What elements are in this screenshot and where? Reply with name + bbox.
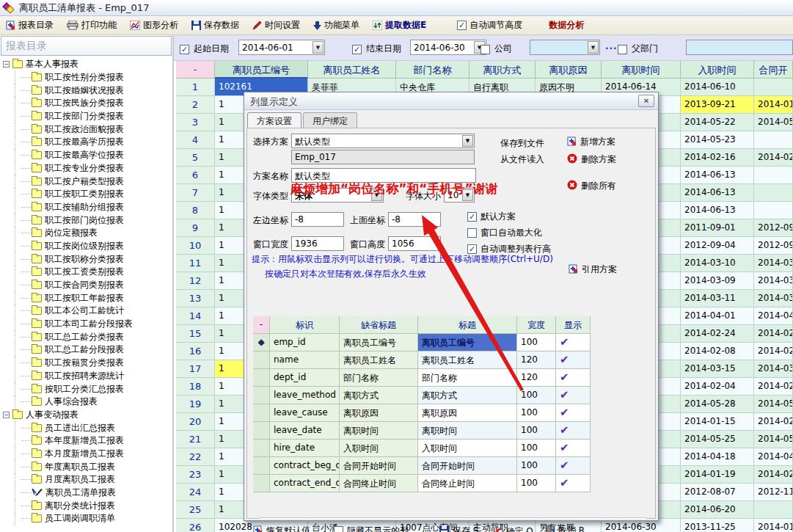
default-title-cell[interactable]: 离职时间 [340,422,418,440]
toolbar-button-4[interactable]: 保存数据 [191,19,239,32]
tree-item[interactable]: 职工按工资类别报表 [0,266,172,279]
row-number-cell[interactable]: 25 [176,501,215,519]
grid-column-header[interactable]: 入职时间 [681,61,754,79]
grid-cell-hire[interactable]: 2014-01-15 [681,413,754,431]
title-cell[interactable]: 合同开始时间 [418,457,517,475]
column-table-row[interactable]: name离职员工姓名离职员工姓名120✔ [253,351,592,369]
tree-item[interactable]: 按职工分类汇总报表 [0,382,172,396]
width-cell[interactable]: 120 [517,351,556,369]
grid-cell-hire[interactable]: 2012-08-07 [681,484,754,501]
grid-cell-contract[interactable]: 2014-05 [754,114,793,131]
row-number-cell[interactable]: 17 [176,360,215,378]
default-title-cell[interactable]: 入职时间 [340,440,418,457]
grid-cell-contract[interactable]: 2012-11 [754,484,793,501]
column-table[interactable]: -标识缺省标题标题宽度显示◆emp_id离职员工编号离职员工编号100✔name… [253,316,592,492]
grid-cell-contract[interactable]: 2014-05 [754,396,793,413]
column-table-row[interactable]: contract_beg_date合同开始时间合同开始时间100✔ [253,457,592,475]
row-number-cell[interactable]: 18 [176,378,215,396]
company-browse-button[interactable]: ... [605,41,618,51]
field-id-cell[interactable]: contract_end_date [270,475,340,492]
grid-cell-hire[interactable]: 2014-06-13 [681,184,754,202]
grid-cell-contract[interactable]: 2014-02 [754,378,793,396]
window-height-input[interactable]: 1056 [388,236,441,251]
toolbar-button-1[interactable]: 报表目录 [6,19,54,32]
visible-check-cell[interactable]: ✔ [556,334,591,351]
row-number-cell[interactable]: 5 [176,149,215,167]
data-analysis-button[interactable]: 数据分析 [549,19,584,32]
tree-item[interactable]: 职工按婚姻状况报表 [0,84,172,97]
grid-column-header[interactable]: 离职员工编号 [215,61,308,79]
column-table-row[interactable]: leave_cause离职原因离职原因100✔ [253,404,592,422]
visible-check-cell[interactable]: ✔ [556,351,591,369]
collapse-icon[interactable]: − [3,61,10,68]
save-button[interactable]: 保存 S [439,525,478,532]
tree-item[interactable]: 职工按合同类别报表 [0,279,172,292]
row-number-cell[interactable]: 22 [176,448,215,466]
visible-check-cell[interactable]: ✔ [556,422,591,440]
row-number-cell[interactable]: 10 [176,237,215,255]
grid-cell-hire[interactable]: 2014-02-04 [681,378,754,396]
visible-check-cell[interactable]: ✔ [556,475,591,492]
title-cell[interactable]: 离职原因 [418,404,517,422]
tree-item[interactable]: 月度离职员工报表 [0,473,172,487]
row-number-cell[interactable]: 6 [176,167,215,184]
column-table-row[interactable]: dept_id部门名称部门名称120✔ [253,369,592,387]
column-table-row[interactable]: leave_date离职时间离职时间100✔ [253,422,592,440]
grid-column-header[interactable]: 离职员工姓名 [308,61,396,79]
grid-cell-contract[interactable]: 2014-03 [754,360,793,378]
grid-cell-contract[interactable]: 2014-05 [754,431,793,448]
grid-cell-contract[interactable]: 2012-09 [754,237,793,255]
auto-maximize-checkbox[interactable]: ✓ 窗口自动最大化 [467,227,542,239]
grid-cell-hire[interactable]: 2012-09-04 [681,237,754,255]
field-id-cell[interactable]: name [270,351,340,369]
grid-cell-contract[interactable] [754,131,793,149]
tree-group-1[interactable]: −基本人事报表 [0,58,172,71]
field-id-cell[interactable]: contract_beg_date [270,457,340,475]
grid-cell-contract[interactable] [754,501,793,519]
grid-cell-hire[interactable]: 2014-03-10 [681,255,754,272]
grid-cell-hire[interactable]: 2014-02-24 [681,325,754,343]
field-id-cell[interactable]: hire_date [270,440,340,457]
field-id-cell[interactable]: dept_id [270,369,340,387]
grid-cell-hire[interactable]: 2011-09-01 [681,219,754,237]
column-table-row[interactable]: contract_end_date合同终止时间合同终止时间100✔ [253,475,592,492]
visible-check-cell[interactable]: ✔ [556,440,591,457]
tree-item-selected[interactable]: 离职员工清单报表 [0,487,172,500]
width-cell[interactable]: 100 [517,457,556,475]
row-number-cell[interactable]: 20 [176,413,215,431]
default-title-cell[interactable]: 部门名称 [340,369,418,387]
grid-cell-hire[interactable]: 2013-09-21 [681,96,754,114]
visible-check-cell[interactable]: ✔ [556,387,591,404]
start-date-checkbox[interactable]: ✓ [180,43,189,54]
row-number-cell[interactable]: 7 [176,184,215,202]
delete-all-button[interactable]: 删除所有 [567,180,616,192]
ok-button[interactable]: ✔ 确定 O [492,525,533,532]
tree-item[interactable]: 职工按部门岗位报表 [0,214,172,227]
tree-item[interactable]: 岗位定额报表 [0,227,172,240]
row-number-cell[interactable]: 4 [176,131,215,149]
title-cell[interactable]: 合同终止时间 [418,475,517,492]
grid-column-header[interactable]: 合同开 [754,61,793,79]
grid-cell-hire[interactable]: 2014-03-11 [681,290,754,307]
save-to-file-button[interactable]: 保存到文件 [500,137,544,150]
width-cell[interactable]: 100 [517,475,556,492]
parent-dept-checkbox[interactable]: ✓ [618,43,627,54]
grid-cell-contract[interactable]: 2014-02 [754,343,793,360]
grid-cell-contract[interactable]: 2014-03 [754,272,793,290]
tree-item[interactable]: 职工总工龄分类报表 [0,330,172,343]
grid-cell-hire[interactable]: 2014-01-19 [681,466,754,484]
grid-cell-hire[interactable]: 2014-03-09 [681,272,754,290]
grid-column-header[interactable]: 部门名称 [396,61,469,79]
select-plan-combo[interactable]: 默认类型 ▼ [291,134,475,148]
grid-cell-hire[interactable]: 2014-06-13 [681,202,754,219]
dialog-title-bar[interactable]: 列显示定义 ✕ [244,92,658,110]
grid-cell-hire[interactable]: 2014-06-13 [681,167,754,184]
left-coord-input[interactable]: -8 [291,212,344,227]
default-plan-checkbox[interactable]: ✓ 默认方案 [467,211,516,223]
grid-cell-hire[interactable]: 2013-11-25 [681,519,754,532]
tree-item[interactable]: 职工按最高学位报表 [0,149,172,162]
end-date-checkbox[interactable]: ✓ [352,43,362,54]
tree-item[interactable]: 职工按民族分类报表 [0,97,172,110]
quote-plan-button[interactable]: 引用方案 [569,263,617,276]
start-date-select[interactable]: 2014-06-01 ▼ [238,40,325,55]
